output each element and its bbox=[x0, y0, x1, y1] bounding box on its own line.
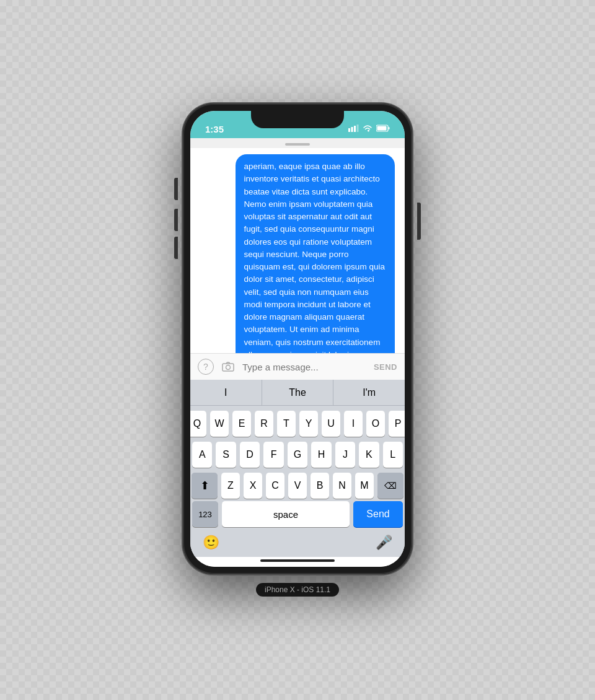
svg-rect-5 bbox=[377, 126, 387, 131]
key-x[interactable]: X bbox=[244, 473, 262, 499]
signal-icon bbox=[348, 125, 359, 133]
emoji-icon[interactable]: 🙂 bbox=[203, 535, 219, 551]
status-time: 1:35 bbox=[205, 124, 224, 134]
key-s[interactable]: S bbox=[216, 442, 236, 468]
svg-rect-1 bbox=[351, 127, 353, 132]
key-g[interactable]: G bbox=[288, 442, 307, 468]
input-bar: ? SEND bbox=[190, 353, 405, 380]
key-e[interactable]: E bbox=[232, 411, 251, 437]
autocomplete-item-i[interactable]: I bbox=[190, 380, 262, 405]
autocomplete-item-the[interactable]: The bbox=[262, 380, 334, 405]
svg-rect-2 bbox=[354, 126, 356, 132]
keyboard: I The I'm Q W E R T Y U I bbox=[190, 380, 405, 557]
key-a[interactable]: A bbox=[192, 442, 212, 468]
chat-area: aperiam, eaque ipsa quae ab illo invento… bbox=[190, 148, 405, 353]
key-j[interactable]: J bbox=[335, 442, 355, 468]
key-w[interactable]: W bbox=[210, 411, 229, 437]
key-k[interactable]: K bbox=[359, 442, 379, 468]
key-p[interactable]: P bbox=[389, 411, 405, 437]
device-label: iPhone X - iOS 11.1 bbox=[256, 583, 339, 597]
svg-rect-0 bbox=[348, 128, 350, 132]
key-l[interactable]: L bbox=[383, 442, 403, 468]
key-m[interactable]: M bbox=[355, 473, 374, 499]
battery-icon bbox=[376, 123, 390, 134]
key-h[interactable]: H bbox=[311, 442, 331, 468]
status-bar: 1:35 bbox=[190, 111, 405, 138]
svg-point-8 bbox=[226, 365, 231, 370]
key-b[interactable]: B bbox=[311, 473, 329, 499]
key-z[interactable]: Z bbox=[221, 473, 240, 499]
phone-wrapper: 1:35 aperiam, ea bbox=[183, 103, 412, 597]
key-f[interactable]: F bbox=[263, 442, 283, 468]
autocomplete-bar: I The I'm bbox=[190, 380, 405, 406]
key-r[interactable]: R bbox=[255, 411, 273, 437]
svg-rect-6 bbox=[389, 127, 390, 129]
phone-screen: 1:35 aperiam, ea bbox=[190, 111, 405, 567]
microphone-icon[interactable]: 🎤 bbox=[376, 535, 392, 551]
key-row-2: A S D F G H J K L bbox=[192, 442, 403, 468]
key-n[interactable]: N bbox=[333, 473, 351, 499]
key-u[interactable]: U bbox=[322, 411, 340, 437]
key-y[interactable]: Y bbox=[299, 411, 318, 437]
key-q[interactable]: Q bbox=[190, 411, 206, 437]
key-i[interactable]: I bbox=[344, 411, 363, 437]
delete-key[interactable]: ⌫ bbox=[377, 473, 403, 499]
send-button[interactable]: SEND bbox=[374, 362, 397, 372]
key-v[interactable]: V bbox=[288, 473, 307, 499]
keyboard-footer: 🙂 🎤 bbox=[190, 531, 405, 557]
home-indicator bbox=[190, 557, 405, 567]
home-bar bbox=[260, 559, 335, 562]
drag-handle-bar bbox=[285, 143, 310, 146]
svg-rect-3 bbox=[357, 125, 359, 132]
key-d[interactable]: D bbox=[240, 442, 260, 468]
keyboard-send-key[interactable]: Send bbox=[353, 501, 403, 527]
wifi-icon bbox=[363, 125, 372, 134]
autocomplete-item-im[interactable]: I'm bbox=[333, 380, 405, 405]
phone-device: 1:35 aperiam, ea bbox=[183, 103, 412, 574]
space-key[interactable]: space bbox=[222, 501, 350, 527]
message-input[interactable] bbox=[242, 362, 368, 372]
camera-icon[interactable] bbox=[220, 359, 236, 375]
bottom-row: 123 space Send bbox=[190, 501, 405, 531]
key-row-3: ⬆ Z X C V B N M ⌫ bbox=[192, 473, 403, 499]
key-row-1: Q W E R T Y U I O P bbox=[192, 411, 403, 437]
key-o[interactable]: O bbox=[366, 411, 385, 437]
key-c[interactable]: C bbox=[266, 473, 284, 499]
help-icon[interactable]: ? bbox=[198, 359, 214, 375]
shift-key[interactable]: ⬆ bbox=[192, 473, 218, 499]
drag-handle bbox=[190, 138, 405, 148]
numbers-key[interactable]: 123 bbox=[192, 501, 218, 527]
message-bubble: aperiam, eaque ipsa quae ab illo invento… bbox=[236, 154, 395, 353]
status-icons bbox=[348, 123, 390, 134]
notch bbox=[251, 111, 344, 128]
key-t[interactable]: T bbox=[277, 411, 296, 437]
keys-container: Q W E R T Y U I O P A S bbox=[190, 406, 405, 501]
